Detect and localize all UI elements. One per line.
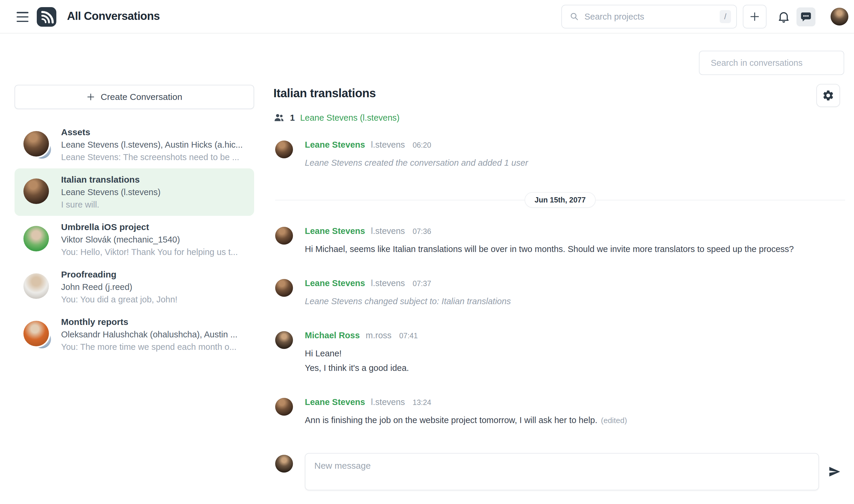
message-content: Leane Stevensl.stevens07:36Hi Michael, s… bbox=[305, 226, 794, 256]
plus-icon bbox=[749, 11, 760, 22]
conversation-texts: ProofreadingJohn Reed (j.reed)You: You d… bbox=[61, 268, 177, 306]
message-line: Hi Leane! bbox=[305, 346, 418, 361]
message: Leane Stevensl.stevens13:24Ann is finish… bbox=[275, 397, 845, 428]
app-root: All Conversations / bbox=[0, 0, 854, 504]
composer bbox=[275, 453, 845, 490]
edited-label: (edited) bbox=[601, 416, 627, 425]
create-conversation-label: Create Conversation bbox=[101, 92, 182, 102]
conversation-list-item[interactable]: AssetsLeane Stevens (l.stevens), Austin … bbox=[15, 121, 254, 168]
conversation-avatar-image bbox=[23, 321, 49, 346]
conversation-list-item[interactable]: Umbrella iOS projectViktor Slovák (mecha… bbox=[15, 216, 254, 263]
message-line: Leane Stevens created the conversation a… bbox=[305, 156, 528, 170]
conversation-search bbox=[699, 51, 844, 75]
app-logo bbox=[37, 7, 56, 27]
chat-bubble-icon bbox=[800, 11, 812, 23]
divider-line bbox=[596, 200, 845, 200]
message-header: Leane Stevensl.stevens07:36 bbox=[305, 226, 794, 236]
sidebar: Create Conversation AssetsLeane Stevens … bbox=[15, 85, 254, 358]
conversation-item-preview: You: Hello, Viktor! Thank You for helpin… bbox=[61, 246, 238, 258]
project-search: / bbox=[561, 5, 737, 29]
message-line: Leane Stevens changed subject to: Italia… bbox=[305, 294, 511, 309]
message: Leane Stevensl.stevens07:37Leane Stevens… bbox=[275, 278, 845, 309]
conversation-item-participants: Oleksandr Halushchak (ohalushcha), Austi… bbox=[61, 328, 237, 341]
members-link[interactable]: Leane Stevens (l.stevens) bbox=[300, 113, 399, 123]
conversation-avatar-image bbox=[23, 131, 49, 157]
conversation-list-item[interactable]: ProofreadingJohn Reed (j.reed)You: You d… bbox=[15, 263, 254, 311]
conversation-avatar-image bbox=[23, 273, 49, 299]
message-author[interactable]: Michael Ross bbox=[305, 330, 360, 340]
message-header: Leane Stevensl.stevens06:20 bbox=[305, 140, 528, 150]
menu-icon[interactable] bbox=[17, 12, 29, 22]
message-content: Leane Stevensl.stevens06:20Leane Stevens… bbox=[305, 140, 528, 170]
send-button[interactable] bbox=[824, 453, 845, 490]
message-time: 07:37 bbox=[413, 279, 431, 288]
conversation-item-title: Assets bbox=[61, 126, 243, 139]
conversation-item-title: Proofreading bbox=[61, 268, 177, 281]
conversation-list-item[interactable]: Monthly reportsOleksandr Halushchak (oha… bbox=[15, 311, 254, 358]
message-author-handle: l.stevens bbox=[371, 140, 405, 150]
divider-line bbox=[275, 200, 524, 200]
message: Michael Rossm.ross07:41Hi Leane!Yes, I t… bbox=[275, 330, 845, 375]
conversation-item-preview: Leane Stevens: The screenshots need to b… bbox=[61, 151, 243, 163]
message-author[interactable]: Leane Stevens bbox=[305, 226, 365, 236]
message-content: Michael Rossm.ross07:41Hi Leane!Yes, I t… bbox=[305, 330, 418, 375]
conversation-list-item[interactable]: Italian translationsLeane Stevens (l.ste… bbox=[15, 168, 254, 216]
create-project-button[interactable] bbox=[743, 5, 766, 29]
message-line: Hi Michael, seems like Italian translati… bbox=[305, 242, 794, 256]
conversation-search-input[interactable] bbox=[699, 58, 843, 68]
members-row: 1 Leane Stevens (l.stevens) bbox=[273, 112, 399, 123]
message-body: Leane Stevens created the conversation a… bbox=[305, 156, 528, 170]
search-icon bbox=[570, 12, 579, 21]
conversation-item-title: Umbrella iOS project bbox=[61, 221, 238, 233]
message-author-handle: l.stevens bbox=[371, 226, 405, 236]
conversation-item-participants: John Reed (j.reed) bbox=[61, 281, 177, 293]
message-author-handle: l.stevens bbox=[371, 397, 405, 407]
conversation-avatar-image bbox=[23, 179, 49, 204]
gear-icon bbox=[822, 89, 834, 102]
message-content: Leane Stevensl.stevens07:37Leane Stevens… bbox=[305, 278, 511, 309]
send-icon bbox=[828, 465, 841, 479]
user-avatar[interactable] bbox=[831, 8, 848, 25]
message-author[interactable]: Leane Stevens bbox=[305, 140, 365, 150]
project-search-input[interactable] bbox=[585, 12, 720, 22]
message-header: Leane Stevensl.stevens07:37 bbox=[305, 278, 511, 288]
message-header: Leane Stevensl.stevens13:24 bbox=[305, 397, 627, 407]
conversation-settings-button[interactable] bbox=[816, 84, 840, 107]
members-count: 1 bbox=[290, 113, 295, 123]
message-author-handle: m.ross bbox=[366, 330, 391, 340]
message-avatar bbox=[275, 331, 293, 349]
create-conversation-button[interactable]: Create Conversation bbox=[15, 85, 254, 109]
message-line: Yes, I think it's a good idea. bbox=[305, 361, 418, 375]
plus-icon bbox=[86, 92, 95, 102]
conversation-avatar bbox=[23, 179, 51, 206]
conversation-item-participants: Viktor Slovák (mechanic_1540) bbox=[61, 233, 238, 246]
conversations-button[interactable] bbox=[797, 7, 816, 26]
message-time: 07:36 bbox=[413, 227, 431, 236]
conversation-texts: Monthly reportsOleksandr Halushchak (oha… bbox=[61, 316, 237, 353]
message-avatar bbox=[275, 279, 293, 297]
conversation-item-participants: Leane Stevens (l.stevens) bbox=[61, 186, 160, 198]
conversation-texts: AssetsLeane Stevens (l.stevens), Austin … bbox=[61, 126, 243, 163]
date-divider: Jun 15th, 2077 bbox=[275, 192, 845, 208]
message-body: Hi Michael, seems like Italian translati… bbox=[305, 242, 794, 256]
new-message-input[interactable] bbox=[305, 453, 819, 490]
message-time: 06:20 bbox=[413, 141, 431, 149]
message-author[interactable]: Leane Stevens bbox=[305, 278, 365, 288]
conversation-avatar bbox=[23, 226, 51, 253]
message-time: 07:41 bbox=[399, 331, 418, 340]
conversation-avatar bbox=[23, 273, 51, 301]
notifications-button[interactable] bbox=[776, 8, 792, 26]
conversation-avatar bbox=[23, 131, 51, 159]
message-line: Ann is finishing the job on the website … bbox=[305, 413, 627, 428]
message-author[interactable]: Leane Stevens bbox=[305, 397, 365, 407]
slash-shortcut-badge: / bbox=[720, 10, 731, 23]
message-avatar bbox=[275, 141, 293, 158]
bell-icon bbox=[777, 10, 790, 24]
message: Leane Stevensl.stevens06:20Leane Stevens… bbox=[275, 140, 845, 170]
message-header: Michael Rossm.ross07:41 bbox=[305, 330, 418, 340]
message-body: Ann is finishing the job on the website … bbox=[305, 413, 627, 428]
conversation-item-title: Monthly reports bbox=[61, 316, 237, 328]
message-avatar bbox=[275, 398, 293, 416]
conversation-avatar bbox=[23, 321, 51, 348]
message-author-handle: l.stevens bbox=[371, 278, 405, 288]
